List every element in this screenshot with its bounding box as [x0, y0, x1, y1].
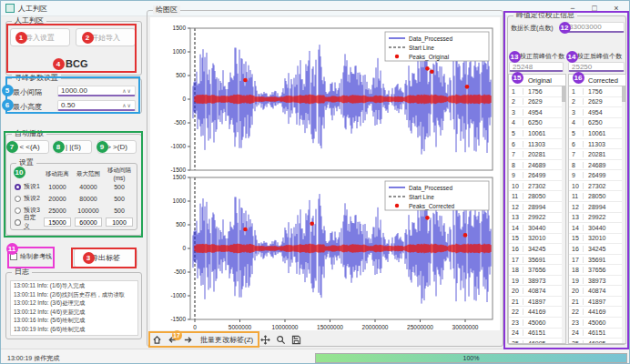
peaks-before-label: 校正前峰值个数 — [520, 52, 564, 61]
table-row[interactable]: 22629 — [569, 97, 625, 108]
table-row[interactable]: 2446151 — [569, 329, 625, 339]
preset-row-预设1: 预设11000040000500 — [11, 181, 137, 192]
table-row[interactable]: 1532010 — [509, 234, 565, 245]
zoom-icon[interactable] — [275, 334, 287, 346]
custom-value-input[interactable] — [75, 217, 102, 227]
manual-group-label: 人工判区 — [12, 16, 46, 25]
peaks-before-field[interactable]: 25248 — [509, 62, 564, 72]
preset-radio[interactable] — [15, 196, 21, 202]
table-row[interactable]: 926499 — [509, 170, 565, 181]
min-height-input[interactable]: 0.50 ∧∨ — [57, 100, 136, 111]
table-row[interactable]: 611303 — [569, 139, 625, 150]
table-row[interactable]: 1938973 — [569, 276, 625, 287]
log-entry: 13:00:11 Info: (2/6)找到历史存档，成功读取 — [11, 290, 137, 299]
table-row[interactable]: 2141897 — [569, 297, 625, 308]
table-row[interactable]: 11756 — [509, 86, 565, 97]
corrected-peaks-table[interactable]: Corrected1175622629349544625051006161130… — [568, 74, 626, 344]
log-textarea[interactable]: 13:00:11 Info: (1/6)导入完成13:00:11 Info: (… — [10, 280, 138, 336]
home-icon[interactable] — [151, 334, 163, 346]
svg-text:-1000: -1000 — [170, 292, 186, 298]
custom-value-input[interactable] — [106, 217, 133, 227]
table-row[interactable]: 1329922 — [569, 213, 625, 224]
table-scrollbar[interactable] — [622, 86, 625, 343]
table-row[interactable]: 1329922 — [509, 213, 565, 224]
table-scrollbar[interactable] — [562, 86, 565, 343]
data-length-field[interactable]: 33003000 — [565, 22, 625, 33]
data-length-label: 数据长度(点数) — [511, 24, 554, 33]
spinner-icon[interactable]: ∧∨ — [122, 87, 132, 94]
preset-radio[interactable] — [15, 184, 21, 190]
table-row[interactable]: 1735691 — [509, 255, 565, 266]
min-interval-input[interactable]: 1000.00 ∧∨ — [57, 86, 136, 96]
move-settings-group: 设置 移动距离最大范围移动间隔(ms)预设11000040000500预设220… — [10, 163, 137, 230]
table-row[interactable]: 1228994 — [509, 202, 565, 213]
table-row[interactable]: 2345060 — [509, 318, 565, 329]
batch-edit-label[interactable]: 批量更改标签(Z) — [200, 335, 253, 345]
table-row[interactable]: 34954 — [569, 107, 625, 118]
annotation-circle-7: 7 — [6, 141, 18, 153]
annotation-circle-2: 2 — [82, 32, 94, 44]
table-row[interactable]: 2546995 — [569, 339, 625, 344]
table-row[interactable]: 824689 — [569, 160, 625, 171]
table-row[interactable]: 2446151 — [509, 329, 565, 339]
table-row[interactable]: 2345060 — [569, 318, 625, 329]
table-row[interactable]: 1128050 — [509, 191, 565, 202]
signal-type-label: BCG — [66, 58, 87, 69]
close-button[interactable]: × — [605, 1, 627, 15]
min-interval-label: 最小间隔 — [13, 87, 42, 97]
table-row[interactable]: 1634245 — [569, 244, 625, 255]
svg-text:-1500: -1500 — [170, 167, 186, 173]
table-row[interactable]: 1837656 — [569, 265, 625, 276]
svg-text:Start Line: Start Line — [409, 194, 434, 200]
table-row[interactable]: 1837656 — [509, 265, 565, 276]
table-row[interactable]: 510061 — [509, 128, 565, 139]
table-row[interactable]: 11756 — [569, 86, 625, 97]
annotation-circle-11: 11 — [6, 243, 18, 255]
table-row[interactable]: 46250 — [569, 118, 625, 129]
svg-text:1500: 1500 — [173, 174, 187, 180]
forward-icon[interactable] — [182, 334, 194, 346]
table-row[interactable]: 22629 — [509, 97, 565, 108]
peaks-after-field[interactable]: 25250 — [568, 62, 625, 72]
table-row[interactable]: 1735691 — [569, 255, 625, 266]
status-bar: 13:00:19 操作完成 100% — [1, 349, 629, 364]
annotation-circle-5: 5 — [2, 85, 14, 96]
table-row[interactable]: 1634245 — [509, 244, 565, 255]
table-row[interactable]: 2244169 — [509, 307, 565, 318]
table-row[interactable]: 1027302 — [569, 181, 625, 192]
maximize-button[interactable]: □ — [584, 1, 605, 15]
table-row[interactable]: 611303 — [509, 139, 565, 150]
table-row[interactable]: 720281 — [509, 149, 565, 160]
table-row[interactable]: 2040874 — [509, 286, 565, 297]
table-row[interactable]: 1430440 — [569, 223, 625, 234]
svg-text:0: 0 — [193, 324, 197, 330]
preset-radio[interactable] — [15, 219, 21, 226]
table-row[interactable]: 46250 — [509, 118, 565, 129]
table-row[interactable]: 1430440 — [509, 223, 565, 234]
progress-bar: 100% — [315, 353, 627, 363]
table-row[interactable]: 34954 — [509, 107, 565, 118]
svg-text:10000000: 10000000 — [272, 324, 299, 330]
table-row[interactable]: 510061 — [569, 128, 625, 139]
table-row[interactable]: 720281 — [569, 149, 625, 160]
original-peaks-table[interactable]: Original11756226293495446250510061611303… — [508, 74, 566, 344]
save-icon[interactable] — [290, 334, 302, 346]
table-row[interactable]: 1027302 — [509, 181, 565, 192]
custom-value-input[interactable] — [44, 217, 71, 227]
log-entry: 13:00:16 Info: (5/6)绘制完成 — [11, 316, 137, 325]
spinner-icon[interactable]: ∧∨ — [122, 102, 132, 108]
table-row[interactable]: 2040874 — [569, 286, 625, 297]
table-row[interactable]: 2244169 — [569, 307, 625, 318]
table-row[interactable]: 1228994 — [569, 202, 625, 213]
pan-icon[interactable] — [259, 334, 271, 346]
table-row[interactable]: 1128050 — [569, 191, 625, 202]
table-row[interactable]: 1938973 — [509, 276, 565, 287]
annotation-circle-9: 9 — [97, 141, 108, 153]
table-row[interactable]: 2546995 — [509, 339, 565, 344]
table-row[interactable]: 926499 — [569, 170, 625, 181]
svg-text:Data_Processed: Data_Processed — [409, 35, 452, 43]
table-row[interactable]: 2141897 — [509, 297, 565, 308]
table-row[interactable]: 1532010 — [569, 234, 625, 245]
table-row[interactable]: 824689 — [509, 160, 565, 171]
signal-plots[interactable]: 150010005000-500-1000-1500Data_Processed… — [150, 17, 500, 330]
